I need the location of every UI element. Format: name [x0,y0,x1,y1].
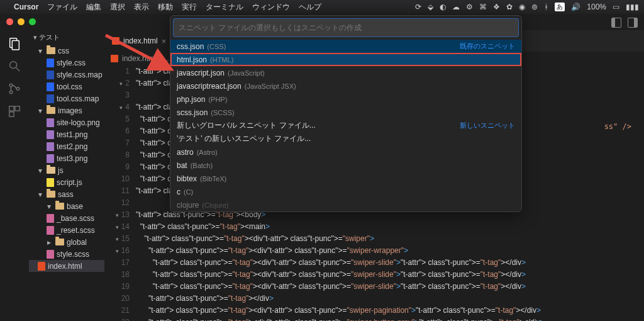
tab-index-html[interactable]: index.html × [104,30,174,52]
status-icon[interactable]: ⚙ [466,3,473,11]
status-icon[interactable]: ◐ [440,3,446,11]
file-label: global [67,238,87,247]
menu-selection[interactable]: 選択 [110,2,125,13]
option-sublabel: (C) [184,188,193,196]
code-line[interactable]: "t-attr"> class"t-punc">="t-tag"><div"t-… [136,245,644,257]
code-line[interactable]: "t-attr"> class"t-punc">="t-tag"><main> [136,221,644,233]
status-icon[interactable]: ❖ [493,3,500,11]
status-icon[interactable]: ☁ [452,3,460,11]
status-icon[interactable]: ⌘ [479,3,487,11]
extensions-icon[interactable] [8,104,21,118]
snippet-option-c[interactable]: c (C) [170,185,521,198]
snippet-option-javascriptreact-json[interactable]: javascriptreact.json (JavaScript JSX) [170,79,521,93]
crumb[interactable]: index.html [122,54,157,63]
folder-icon [47,191,55,198]
svg-rect-1 [12,40,19,50]
menu-go[interactable]: 移動 [158,2,173,13]
wifi-icon[interactable]: ⊚ [531,3,538,11]
file-test1.png[interactable]: test1.png [29,128,104,140]
snippet-option-clojure[interactable]: clojure (Clojure) [170,198,521,211]
file-script.js[interactable]: script.js [29,176,104,188]
close-tab-icon[interactable]: × [162,37,167,46]
clock[interactable]: ▮▮▮ [626,3,639,11]
file-test3.png[interactable]: test3.png [29,152,104,164]
img-file-icon [47,118,54,127]
battery-icon: ▭ [613,3,619,11]
file-label: style.scss [57,250,89,259]
file-test2.png[interactable]: test2.png [29,140,104,152]
menu-edit[interactable]: 編集 [86,2,101,13]
battery-text[interactable]: 100% [587,3,606,11]
toggle-sidebar-icon[interactable] [611,18,621,28]
code-line[interactable]: "t-attr"> class"t-punc">="t-tag"><div"t-… [136,317,644,321]
file-label: tool.css [57,82,82,91]
file-_reset.scss[interactable]: _reset.scss [29,224,104,236]
snippet-option-html-json[interactable]: html.json (HTML) [170,53,521,66]
snippet-option-bibtex[interactable]: bibtex (BibTeX) [170,172,521,185]
file-style.scss[interactable]: style.scss [29,248,104,260]
snippet-option--[interactable]: 新しいグローバル スニペット ファイル...新しいスニペット [170,119,521,132]
menu-help[interactable]: ヘルプ [299,2,321,13]
quickpick-input[interactable] [179,23,513,32]
close-window[interactable] [6,18,13,25]
bluetooth-icon[interactable]: ᚼ [544,3,548,11]
ime-indicator[interactable]: あ [555,3,565,11]
file-style.css.map[interactable]: style.css.map [29,69,104,81]
folder-global[interactable]: ▸global [29,236,104,248]
menu-run[interactable]: 実行 [182,2,197,13]
code-line[interactable]: "t-attr"> class"t-punc">="t-tag"><div"t-… [136,257,644,269]
file-label: sass [58,190,74,199]
menu-window[interactable]: ウィンドウ [252,2,290,13]
html-icon [111,55,118,62]
code-line[interactable]: "t-attr"> class"t-punc">="t-tag"><div"t-… [136,281,644,293]
status-icon[interactable]: ✿ [506,3,513,11]
file-tool.css.map[interactable]: tool.css.map [29,93,104,104]
status-icon[interactable]: ⟳ [415,3,421,11]
snippet-option-bat[interactable]: bat (Batch) [170,159,521,172]
code-line[interactable]: "t-attr"> class"t-punc">="t-tag"><div"t-… [136,233,644,245]
tab-label: index.html [123,37,158,45]
file-index.html[interactable]: index.html [29,260,104,272]
explorer-icon[interactable] [8,37,21,50]
file-label: js [58,166,64,175]
snippet-option-scss-json[interactable]: scss.json (SCSS) [170,106,521,119]
file-tool.css[interactable]: tool.css [29,81,104,93]
menu-view[interactable]: 表示 [134,2,149,13]
snippet-option-css-json[interactable]: css.json (CSS)既存のスニペット [170,40,521,53]
folder-css[interactable]: ▾css [29,45,104,57]
quickpick-input-wrap[interactable] [173,18,519,37]
file-_base.scss[interactable]: _base.scss [29,212,104,224]
option-sublabel: (Batch) [191,162,213,169]
project-root[interactable]: ▾テスト [29,30,104,45]
file-label: index.html [48,262,82,271]
volume-icon[interactable]: 🔊 [571,3,580,11]
snippet-option-php-json[interactable]: php.json (PHP) [170,93,521,106]
file-style.css[interactable]: style.css [29,57,104,69]
folder-icon [55,239,64,245]
scm-icon[interactable] [8,82,21,96]
truncated-code: ss" /> [604,122,631,131]
minimize-window[interactable] [18,18,25,25]
file-site-logo.png[interactable]: site-logo.png [29,116,104,128]
zoom-window[interactable] [29,18,36,25]
menu-file[interactable]: ファイル [47,2,77,13]
status-icon[interactable]: ◉ [519,3,525,11]
snippet-option-javascript-json[interactable]: javascript.json (JavaScript) [170,66,521,79]
search-icon[interactable] [8,59,21,73]
code-line[interactable]: "t-attr"> class"t-punc">="t-tag"><div"t-… [136,305,644,317]
folder-images[interactable]: ▾images [29,104,104,116]
file-label: css [58,47,69,55]
snippet-option--[interactable]: 'テスト' の新しいスニペット ファイル... [170,132,521,145]
macos-menubar: Cursor ファイル 編集 選択 表示 移動 実行 ターミナル ウィンドウ ヘ… [0,0,644,14]
menu-terminal[interactable]: ターミナル [206,2,243,13]
code-line[interactable]: "t-attr"> class"t-punc">="t-tag"><div"t-… [136,269,644,281]
toggle-panel-icon[interactable] [628,18,638,28]
folder-base[interactable]: ▾base [29,200,104,212]
app-name[interactable]: Cursor [14,3,38,11]
status-icon[interactable]: ⬙ [428,3,433,11]
folder-sass[interactable]: ▾sass [29,188,104,200]
folder-js[interactable]: ▾js [29,164,104,176]
option-sublabel: (PHP) [208,96,227,103]
code-line[interactable]: "t-attr"> class"t-punc">="t-tag"></div> [136,293,644,305]
snippet-option-astro[interactable]: astro (Astro) [170,145,521,159]
